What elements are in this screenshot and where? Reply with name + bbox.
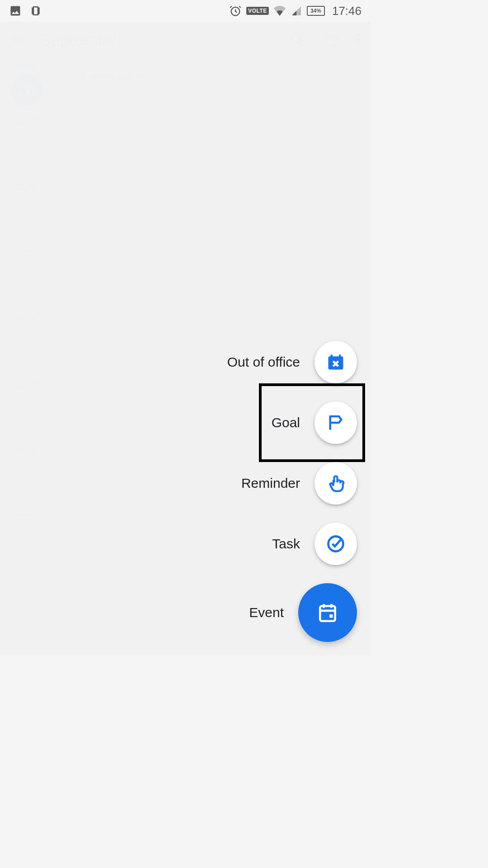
- photos-icon: [9, 5, 22, 17]
- out-of-office-button[interactable]: [314, 341, 357, 383]
- goal-button[interactable]: [314, 401, 357, 444]
- fab-speed-dial: Out of office Goal Reminder: [227, 341, 357, 642]
- fab-item-event[interactable]: Event: [249, 583, 357, 642]
- fab-label: Goal: [272, 415, 300, 430]
- fab-label: Reminder: [241, 476, 300, 491]
- fab-label: Out of office: [227, 354, 300, 370]
- wifi-icon: [273, 6, 286, 16]
- fab-item-reminder[interactable]: Reminder: [241, 462, 357, 505]
- calendar-day-icon: [316, 601, 339, 624]
- status-bar: VOLTE 34% 17:46: [0, 0, 371, 22]
- task-button[interactable]: [314, 523, 357, 565]
- fab-item-task[interactable]: Task: [272, 523, 357, 565]
- flag-icon: [326, 413, 345, 432]
- volte-badge: VOLTE: [246, 7, 269, 15]
- fab-label: Task: [272, 536, 300, 552]
- status-time: 17:46: [332, 4, 361, 18]
- svg-rect-8: [320, 606, 335, 621]
- battery-indicator: 34%: [307, 6, 325, 16]
- alarm-icon: [229, 5, 242, 17]
- fab-label: Event: [249, 605, 284, 620]
- fab-item-goal[interactable]: Goal: [272, 401, 357, 444]
- check-circle-icon: [326, 534, 346, 554]
- fab-item-out-of-office[interactable]: Out of office: [227, 341, 357, 383]
- hand-tap-icon: [326, 474, 345, 493]
- event-fab-button[interactable]: [298, 583, 357, 642]
- reminder-button[interactable]: [314, 462, 357, 505]
- screen-mirror-icon: [29, 4, 42, 18]
- signal-icon: [291, 5, 302, 16]
- svg-rect-9: [329, 614, 333, 618]
- calendar-x-icon: [326, 352, 346, 372]
